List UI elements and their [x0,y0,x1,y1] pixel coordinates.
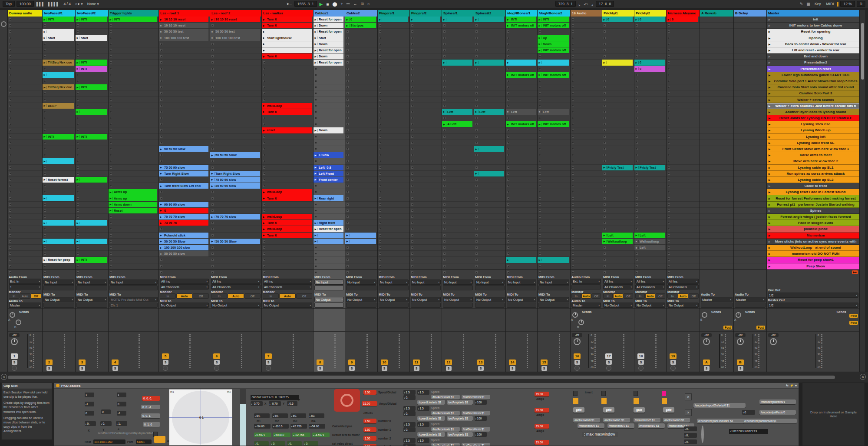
clip-slot[interactable] [8,35,42,41]
clip-slot[interactable] [76,121,108,127]
clip-slot[interactable]: ▶All off [442,121,474,127]
clip-slot[interactable] [159,115,210,121]
clip-stop-square[interactable] [668,265,670,267]
clip[interactable]: ▶All off [442,121,472,127]
clip-stop-square[interactable] [475,166,478,169]
message-box-red[interactable]: 1.50 [363,444,376,446]
clip-stop-square[interactable] [475,43,478,45]
clip-slot[interactable] [734,214,766,220]
clip-slot[interactable] [109,60,158,66]
io-sub-box[interactable] [475,285,505,290]
clip-stop-square[interactable] [77,203,79,206]
clip-slot[interactable] [345,208,377,214]
clip-play-icon[interactable]: ▶ [262,222,266,224]
clip-stop-square[interactable] [160,55,162,57]
message-box[interactable]: 0. 0. -1. [141,405,160,409]
clip-slot[interactable] [109,78,158,84]
clip-slot[interactable] [700,263,733,270]
clip-slot[interactable] [8,29,42,35]
clip[interactable]: ▶ [76,220,107,226]
clip-play-icon[interactable]: ▶ [474,148,479,150]
clip-slot[interactable] [734,146,766,152]
clip-stop-square[interactable] [668,166,670,169]
message-box[interactable]: /speedLim/axis $1 [417,416,445,421]
clip-slot[interactable] [314,158,345,164]
clip-slot[interactable] [345,97,377,103]
volume-value[interactable]: -Inf [735,333,746,337]
clip-stop-square[interactable] [636,86,638,88]
clip-stop-square[interactable] [572,197,574,200]
clip-stop-square[interactable] [507,234,509,236]
clip-slot[interactable] [667,158,700,164]
clip-stop-square[interactable] [604,111,606,113]
clip-stop-square[interactable] [443,105,446,107]
clip-stop-square[interactable] [411,105,413,107]
clip-play-icon[interactable]: ▶ [602,18,607,21]
clip-stop-square[interactable] [668,24,670,27]
clip-slot[interactable] [602,158,634,164]
clip-stop-square[interactable] [636,148,638,150]
clip-stop-square[interactable] [539,154,541,156]
monitor-in-button[interactable]: In [9,293,19,299]
clip-slot[interactable] [262,171,313,177]
clip-slot[interactable] [506,134,537,140]
monitor-auto-button[interactable]: Auto [645,293,655,299]
clip-slot[interactable] [602,195,634,201]
clip-slot[interactable] [43,226,75,232]
clip-stop-square[interactable] [604,99,606,101]
clip[interactable]: ▶ [314,239,343,244]
x-toggle[interactable]: × [685,409,692,416]
clip-slot[interactable] [378,251,409,257]
clip-slot[interactable] [538,245,570,251]
clip-slot[interactable]: ▶Front center [314,177,345,183]
clip-slot[interactable] [538,263,570,270]
clip-stop-square[interactable] [211,129,214,131]
track-activator-button[interactable]: 11 [413,359,420,365]
clip-stop-square[interactable] [539,210,541,212]
clip-play-icon[interactable]: ▶ [538,259,542,261]
clip-slot[interactable] [667,84,700,90]
io-sub-box[interactable] [346,303,376,308]
track-activator-button[interactable]: 19 [670,353,677,359]
clip-slot[interactable]: ▶Turn 0 [262,195,313,201]
clip-stop-square[interactable] [211,105,214,107]
clip-slot[interactable] [314,84,345,90]
clip[interactable]: ▶ [474,17,504,22]
clip[interactable]: ▶0 [634,60,665,65]
clip-slot[interactable] [314,208,345,214]
float-box[interactable]: 1.5 [403,406,416,411]
track-header[interactable]: Spines&2 [474,10,505,17]
toggle-on[interactable] [662,398,667,404]
clip-stop-square[interactable] [572,246,574,249]
message-box[interactable]: /motor/axis/3 $1 [663,418,690,423]
send-knob-b[interactable] [578,320,584,325]
clip-stop-square[interactable] [347,30,349,33]
clip-slot[interactable] [109,183,158,189]
number-box[interactable]: 0 [101,409,111,414]
clip[interactable]: ▶ [43,220,74,226]
clip-slot[interactable] [474,78,505,84]
clip-stop-square[interactable] [604,74,606,76]
clip-stop-square[interactable] [475,240,478,243]
io-sub-box[interactable] [475,303,505,308]
clip-stop-square[interactable] [668,99,670,101]
clip-stop-icon[interactable]: ■ [538,110,542,113]
clip-stop-square[interactable] [507,105,509,107]
clip-slot[interactable] [210,208,261,214]
clip[interactable]: ▶ [506,257,536,263]
clip-slot[interactable] [634,97,666,103]
clip-slot[interactable]: ▶Arms up [109,195,158,201]
clip-stop-square[interactable] [507,197,509,200]
cue-out-chooser[interactable]: 1/2▾ [768,293,858,298]
clip-slot[interactable] [410,103,442,109]
clip-slot[interactable] [602,183,634,189]
clip-stop-square[interactable] [636,203,638,206]
clip-slot[interactable] [506,226,537,232]
clip-stop-square[interactable] [110,185,112,187]
clip-play-icon[interactable]: ▶ [262,55,266,58]
clip-slot[interactable] [210,53,261,60]
clip-slot[interactable] [76,97,108,103]
clip-stop-square[interactable] [539,166,541,169]
clip-slot[interactable] [734,17,766,23]
clip-stop-square[interactable] [211,61,214,63]
